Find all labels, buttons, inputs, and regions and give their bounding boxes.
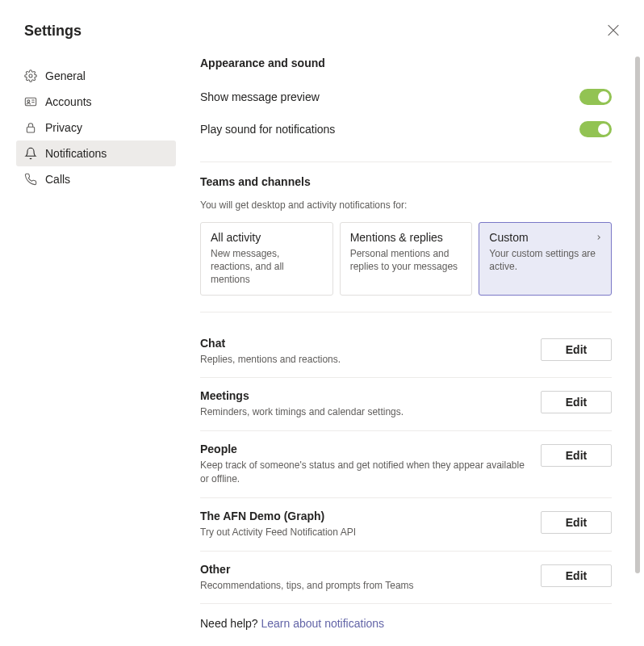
section-chat: Chat Replies, mentions and reactions. Ed… bbox=[200, 325, 612, 379]
sidebar-item-calls[interactable]: Calls bbox=[16, 166, 176, 192]
edit-button-afn-demo[interactable]: Edit bbox=[541, 511, 612, 534]
section-people: People Keep track of someone's status an… bbox=[200, 431, 612, 498]
divider bbox=[200, 162, 612, 162]
section-desc: Keep track of someone's status and get n… bbox=[200, 459, 525, 486]
lock-icon bbox=[24, 121, 37, 134]
toggle-label: Play sound for notifications bbox=[200, 123, 335, 136]
section-desc: Replies, mentions and reactions. bbox=[200, 353, 525, 367]
sidebar-item-label: General bbox=[45, 69, 86, 82]
toggle-row-message-preview: Show message preview bbox=[200, 81, 612, 113]
chevron-right-icon bbox=[595, 233, 603, 242]
teams-cards: All activity New messages, reactions, an… bbox=[200, 222, 612, 296]
gear-icon bbox=[24, 69, 37, 82]
sidebar-item-label: Privacy bbox=[45, 121, 82, 134]
card-mentions-replies[interactable]: Mentions & replies Personal mentions and… bbox=[340, 222, 473, 296]
bell-icon bbox=[24, 147, 37, 160]
sidebar-item-label: Calls bbox=[45, 173, 70, 186]
card-title: Mentions & replies bbox=[350, 231, 462, 244]
svg-rect-5 bbox=[27, 127, 34, 132]
svg-point-0 bbox=[29, 74, 32, 78]
section-title: Other bbox=[200, 563, 525, 576]
card-all-activity[interactable]: All activity New messages, reactions, an… bbox=[200, 222, 333, 296]
id-card-icon bbox=[24, 95, 37, 108]
section-title: Meetings bbox=[200, 389, 525, 402]
section-afn-demo: The AFN Demo (Graph) Try out Activity Fe… bbox=[200, 498, 612, 552]
phone-icon bbox=[24, 173, 37, 186]
sidebar-item-label: Notifications bbox=[45, 147, 107, 160]
teams-section-title: Teams and channels bbox=[200, 175, 612, 188]
toggle-play-sound[interactable] bbox=[579, 121, 612, 137]
sidebar-item-general[interactable]: General bbox=[16, 63, 176, 89]
section-desc: Reminders, work timings and calendar set… bbox=[200, 405, 525, 419]
main-content: Appearance and sound Show message previe… bbox=[176, 0, 644, 646]
section-desc: Recommendations, tips, and prompts from … bbox=[200, 579, 525, 593]
divider bbox=[200, 312, 612, 313]
card-desc: Your custom settings are active. bbox=[489, 247, 601, 273]
teams-section-sub: You will get desktop and activity notifi… bbox=[200, 199, 612, 211]
edit-button-chat[interactable]: Edit bbox=[541, 338, 612, 361]
card-title: Custom bbox=[489, 231, 601, 244]
section-other: Other Recommendations, tips, and prompts… bbox=[200, 552, 612, 605]
section-meetings: Meetings Reminders, work timings and cal… bbox=[200, 378, 612, 431]
sidebar-item-label: Accounts bbox=[45, 95, 92, 108]
toggle-row-play-sound: Play sound for notifications bbox=[200, 113, 612, 145]
card-custom[interactable]: Custom Your custom settings are active. bbox=[479, 222, 612, 296]
sidebar-item-privacy[interactable]: Privacy bbox=[16, 115, 176, 141]
section-title: Chat bbox=[200, 337, 525, 350]
card-title: All activity bbox=[211, 231, 323, 244]
help-prefix: Need help? bbox=[200, 617, 261, 630]
sidebar-item-notifications[interactable]: Notifications bbox=[16, 141, 176, 166]
svg-point-2 bbox=[27, 100, 30, 103]
scrollbar-thumb[interactable] bbox=[635, 57, 640, 573]
sidebar-item-accounts[interactable]: Accounts bbox=[16, 89, 176, 115]
section-desc: Try out Activity Feed Notification API bbox=[200, 526, 525, 539]
card-desc: New messages, reactions, and all mention… bbox=[211, 247, 323, 287]
section-title: The AFN Demo (Graph) bbox=[200, 510, 525, 522]
edit-button-meetings[interactable]: Edit bbox=[541, 391, 612, 413]
card-desc: Personal mentions and replies to your me… bbox=[350, 247, 462, 273]
settings-title: Settings bbox=[24, 23, 82, 40]
toggle-message-preview[interactable] bbox=[579, 89, 612, 105]
help-link[interactable]: Learn about notifications bbox=[261, 617, 385, 630]
help-line: Need help? Learn about notifications bbox=[200, 617, 612, 646]
appearance-section-title: Appearance and sound bbox=[200, 57, 612, 69]
toggle-label: Show message preview bbox=[200, 90, 320, 103]
close-icon[interactable] bbox=[607, 24, 620, 37]
edit-button-other[interactable]: Edit bbox=[541, 564, 612, 587]
sidebar: General Accounts Privacy Notifications C… bbox=[0, 0, 176, 646]
section-title: People bbox=[200, 443, 525, 455]
edit-button-people[interactable]: Edit bbox=[541, 444, 612, 467]
